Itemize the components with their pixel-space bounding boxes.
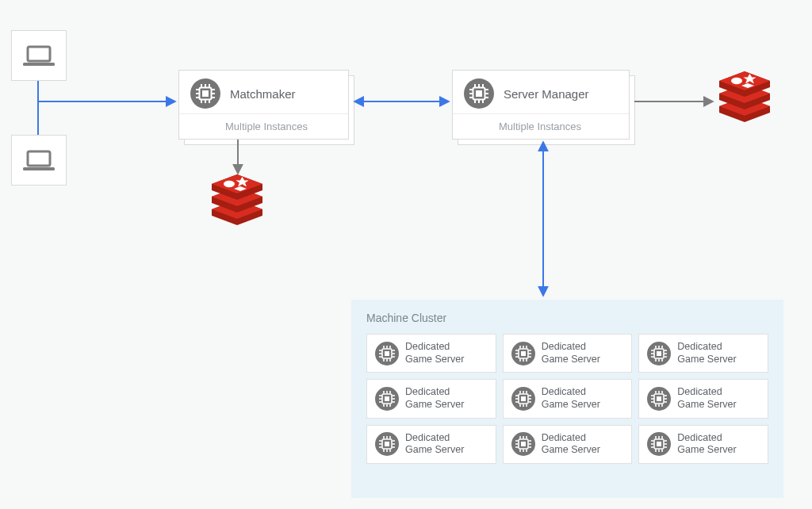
client-laptop-2 [11, 135, 67, 186]
game-server-cell: DedicatedGame Server [638, 379, 768, 418]
game-server-label: DedicatedGame Server [542, 432, 600, 457]
matchmaker-subtitle: Multiple Instances [179, 113, 348, 139]
client-laptop-1 [11, 30, 67, 81]
cluster-title: Machine Cluster [366, 312, 768, 324]
game-server-cell: DedicatedGame Server [503, 425, 633, 464]
game-server-cell: DedicatedGame Server [366, 379, 496, 418]
game-server-label: DedicatedGame Server [405, 432, 464, 457]
game-server-cell: DedicatedGame Server [638, 334, 768, 373]
compute-icon [647, 342, 671, 365]
game-server-label: DedicatedGame Server [405, 341, 464, 365]
compute-icon [511, 342, 535, 365]
game-server-label: DedicatedGame Server [405, 386, 464, 411]
compute-icon [647, 432, 671, 456]
game-server-cell: DedicatedGame Server [503, 379, 633, 418]
server-manager-service: Server Manager Multiple Instances [452, 70, 630, 140]
server-manager-subtitle: Multiple Instances [453, 113, 629, 139]
cluster-grid: DedicatedGame Server DedicatedGame Serve… [366, 334, 768, 464]
server-manager-title: Server Manager [504, 87, 589, 101]
game-server-label: DedicatedGame Server [542, 386, 600, 411]
game-server-label: DedicatedGame Server [677, 432, 736, 457]
matchmaker-title: Matchmaker [230, 87, 296, 101]
compute-icon [511, 432, 535, 456]
machine-cluster: Machine Cluster DedicatedGame Server Ded… [351, 300, 783, 498]
laptop-icon [23, 148, 55, 172]
game-server-cell: DedicatedGame Server [366, 425, 496, 464]
game-server-label: DedicatedGame Server [677, 341, 736, 365]
matchmaker-service: Matchmaker Multiple Instances [178, 70, 349, 140]
compute-icon [375, 342, 399, 365]
compute-icon [511, 387, 535, 411]
compute-icon [375, 387, 399, 411]
laptop-icon [23, 44, 55, 67]
game-server-label: DedicatedGame Server [677, 386, 736, 411]
compute-icon [375, 432, 399, 456]
game-server-label: DedicatedGame Server [542, 341, 600, 365]
compute-icon [647, 387, 671, 411]
game-server-cell: DedicatedGame Server [638, 425, 768, 464]
compute-icon [464, 78, 494, 109]
game-server-cell: DedicatedGame Server [503, 334, 633, 373]
compute-icon [190, 78, 220, 109]
game-server-cell: DedicatedGame Server [366, 334, 496, 373]
